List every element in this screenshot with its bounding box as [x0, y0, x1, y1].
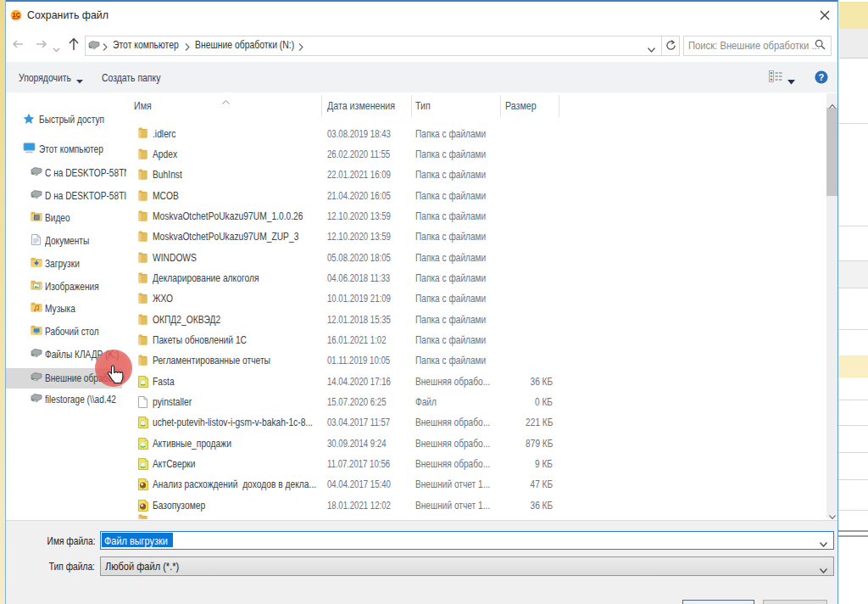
svg-text:?: ? — [819, 72, 825, 82]
svg-text:1С: 1С — [13, 12, 20, 18]
